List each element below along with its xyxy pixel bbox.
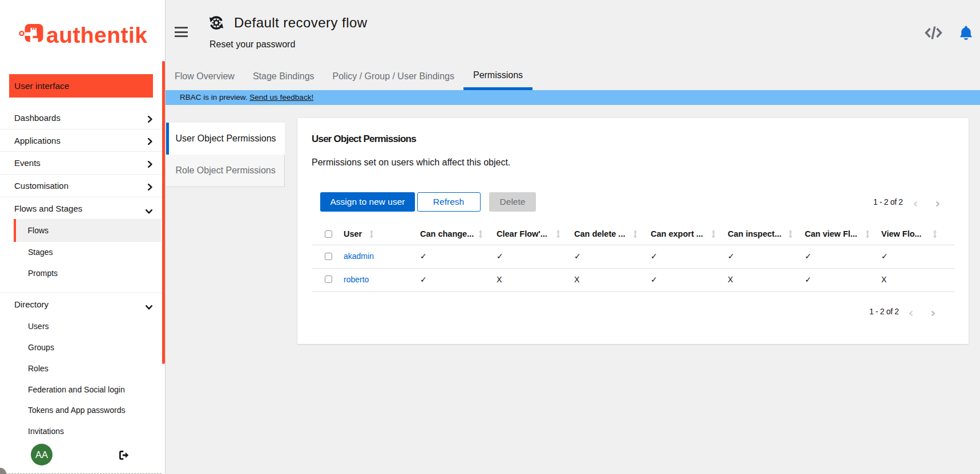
svg-text:authentik: authentik [46,23,147,47]
